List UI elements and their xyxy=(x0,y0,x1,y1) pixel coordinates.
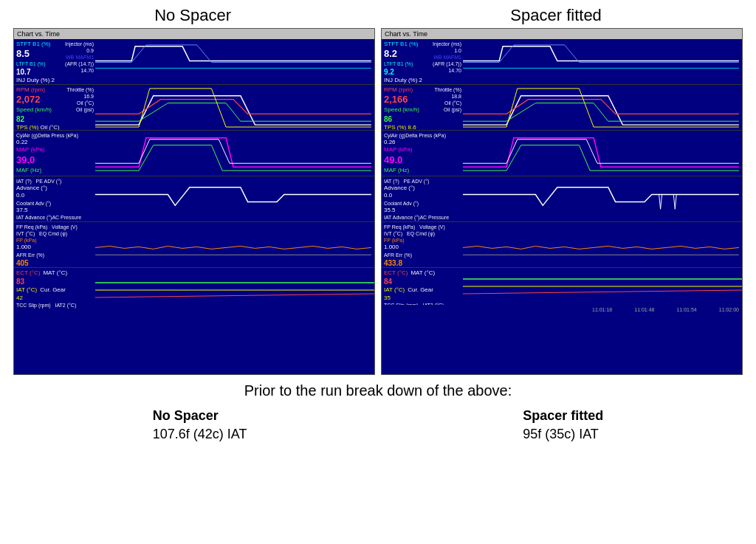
right-s6-labels: ECT (°C) MAT (°C) 84 IAT (°C) Cur. Gear … xyxy=(382,268,463,305)
bottom-title: Prior to the run break down of the above… xyxy=(15,382,741,399)
right-s1-graph xyxy=(463,39,739,84)
timestamp-bar: 11:01:18 11:01:48 11:01:54 11:02:00 xyxy=(382,305,742,314)
right-section-5: FP Req (kPa) Voltage (V) IVT (°C) EQ Cmd… xyxy=(382,222,742,268)
right-s2-graph xyxy=(463,85,739,130)
right-chart-panel: Chart vs. Time STFT B1 (%) 8.2 LTFT B1 (… xyxy=(381,28,743,375)
right-s4-graph xyxy=(463,176,739,221)
bottom-spacer-fitted-header: Spacer fitted xyxy=(523,408,603,424)
bottom-spacer-fitted-value: 95f (35c) IAT xyxy=(523,427,603,442)
left-chart-title: Chart vs. Time xyxy=(14,29,374,39)
left-s6-labels: ECT (°C) MAT (°C) 83 IAT (°C) Cur. Gear … xyxy=(14,268,95,314)
right-s6-graph xyxy=(463,268,742,305)
left-s1-labels: STFT B1 (%) 8.5 LTFT B1 (%) 10.7 INJ Dut… xyxy=(14,39,95,84)
right-s3-labels: CylAir (g)Delta Press (kPa) 0.26 MAP (kP… xyxy=(382,131,463,176)
left-section-4: IAT (?) PE ADV (°) Advance (°) 0.0 Coola… xyxy=(14,176,374,222)
left-s4-labels: IAT (?) PE ADV (°) Advance (°) 0.0 Coola… xyxy=(14,176,95,221)
right-s5-graph xyxy=(463,222,739,267)
no-spacer-title: No Spacer xyxy=(154,6,231,25)
right-section-2: RPM (rpm) 2,166 Speed (km/h) 86 TPS (%) … xyxy=(382,85,742,131)
right-s2-labels: RPM (rpm) 2,166 Speed (km/h) 86 TPS (%) … xyxy=(382,85,463,130)
bottom-spacer-fitted: Spacer fitted 95f (35c) IAT xyxy=(523,408,603,442)
left-chart-panel: Chart vs. Time STFT B1 (%) 8.5 LTFT B1 (… xyxy=(13,28,375,375)
left-section-2: RPM (rpm) 2,072 Speed (km/h) 82 TPS (%) … xyxy=(14,85,374,131)
left-s3-labels: CylAir (g)Delta Press (kPa) 0.22 MAP (kP… xyxy=(14,131,95,176)
left-s2-labels: RPM (rpm) 2,072 Speed (km/h) 82 TPS (%) … xyxy=(14,85,95,130)
titles-row: No Spacer Spacer fitted xyxy=(0,0,756,28)
left-section-1: STFT B1 (%) 8.5 LTFT B1 (%) 10.7 INJ Dut… xyxy=(14,39,374,85)
left-s3-graph xyxy=(95,131,371,176)
main-container: No Spacer Spacer fitted Chart vs. Time S… xyxy=(0,0,756,450)
bottom-no-spacer-header: No Spacer xyxy=(153,408,247,424)
left-s4-graph xyxy=(95,176,371,221)
bottom-data-row: No Spacer 107.6f (42c) IAT Spacer fitted… xyxy=(15,408,741,442)
left-section-3: CylAir (g)Delta Press (kPa) 0.22 MAP (kP… xyxy=(14,131,374,176)
right-s5-labels: FP Req (kPa) Voltage (V) IVT (°C) EQ Cmd… xyxy=(382,222,463,267)
spacer-fitted-title: Spacer fitted xyxy=(510,6,602,25)
right-chart-title: Chart vs. Time xyxy=(382,29,742,39)
right-section-3: CylAir (g)Delta Press (kPa) 0.26 MAP (kP… xyxy=(382,131,742,176)
left-section-6: ECT (°C) MAT (°C) 83 IAT (°C) Cur. Gear … xyxy=(14,268,374,314)
right-s1-labels: STFT B1 (%) 8.2 LTFT B1 (%) 9.2 INJ Duty… xyxy=(382,39,463,84)
right-s4-labels: IAT (?) PE ADV (°) Advance (°) 0.0 Coola… xyxy=(382,176,463,221)
left-s2-graph xyxy=(95,85,371,130)
bottom-no-spacer-value: 107.6f (42c) IAT xyxy=(153,427,247,442)
right-section-6: ECT (°C) MAT (°C) 84 IAT (°C) Cur. Gear … xyxy=(382,268,742,305)
left-s6-graph xyxy=(95,268,374,314)
left-s5-graph xyxy=(95,222,371,267)
left-s5-labels: FP Req (kPa) Voltage (V) IVT (°C) EQ Cmd… xyxy=(14,222,95,267)
right-section-4: IAT (?) PE ADV (°) Advance (°) 0.0 Coola… xyxy=(382,176,742,222)
charts-row: Chart vs. Time STFT B1 (%) 8.5 LTFT B1 (… xyxy=(0,28,756,375)
left-s1-graph xyxy=(95,39,371,84)
right-section-1: STFT B1 (%) 8.2 LTFT B1 (%) 9.2 INJ Duty… xyxy=(382,39,742,85)
bottom-section: Prior to the run break down of the above… xyxy=(0,375,756,450)
left-section-5: FP Req (kPa) Voltage (V) IVT (°C) EQ Cmd… xyxy=(14,222,374,268)
bottom-no-spacer: No Spacer 107.6f (42c) IAT xyxy=(153,408,247,442)
right-s3-graph xyxy=(463,131,739,176)
